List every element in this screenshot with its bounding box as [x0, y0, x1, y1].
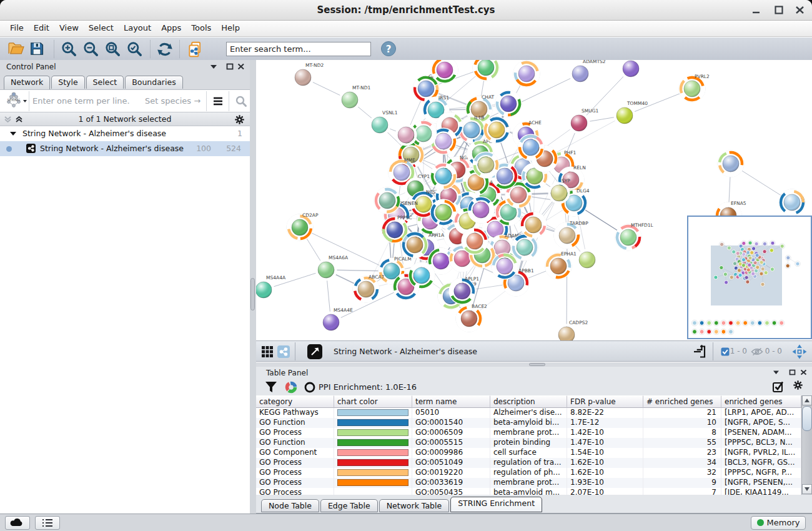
network-node[interactable]: MT-ND1	[340, 85, 371, 110]
filter-icon[interactable]	[265, 381, 277, 393]
zoom-selected-button[interactable]	[126, 41, 144, 58]
tab-select[interactable]: Select	[86, 76, 124, 89]
tab-boundaries[interactable]: Boundaries	[125, 76, 182, 89]
network-node[interactable]: VSNL1	[370, 110, 398, 135]
column-header-category[interactable]: category	[256, 395, 334, 408]
scrollbar-thumb[interactable]	[802, 406, 812, 431]
scroll-down-button[interactable]	[802, 484, 812, 494]
network-options-gear-icon[interactable]	[234, 114, 245, 125]
network-node[interactable]	[468, 197, 494, 223]
birds-eye-toggle-icon[interactable]	[792, 344, 807, 359]
table-row[interactable]: GO ProcessGO:0051049regulation of tra...…	[256, 458, 801, 468]
network-node[interactable]	[621, 60, 641, 79]
network-node[interactable]	[495, 91, 522, 117]
table-row[interactable]: GO ComponentGO:0009986cell surface1.54E-…	[256, 448, 801, 458]
table-row[interactable]: GO ProcessGO:0006509membrane prot...1.42…	[256, 428, 801, 438]
zoom-out-button[interactable]	[82, 41, 100, 58]
tab-node-table[interactable]: Node Table	[261, 499, 319, 512]
network-node[interactable]: CD2AP	[287, 212, 319, 241]
panel-splitter-horizontal[interactable]	[256, 362, 812, 367]
network-node[interactable]: ABCA7	[353, 274, 385, 302]
column-header-FDR-p-value[interactable]: FDR p-value	[567, 395, 643, 408]
network-node[interactable]: ADAMTS2	[571, 60, 606, 84]
menu-select[interactable]: Select	[84, 21, 119, 32]
menu-file[interactable]: File	[5, 21, 29, 32]
network-node[interactable]: EPHA1	[545, 251, 577, 279]
zoom-in-button[interactable]	[61, 41, 78, 58]
grid-view-icon[interactable]	[261, 345, 274, 358]
table-row[interactable]: GO ProcessGO:0019220regulation of ph...1…	[256, 468, 801, 478]
network-node[interactable]	[374, 187, 400, 214]
help-button[interactable]: ?	[380, 40, 397, 57]
tab-edge-table[interactable]: Edge Table	[320, 499, 378, 512]
string-options-icon[interactable]	[212, 96, 224, 106]
column-header--enriched-genes[interactable]: # enriched genes	[643, 395, 721, 408]
network-node[interactable]: PVRL2	[679, 74, 710, 102]
automation-panel-button[interactable]	[5, 516, 30, 530]
network-node[interactable]	[483, 117, 510, 143]
network-node[interactable]	[410, 121, 437, 147]
enrichment-settings-gear-icon[interactable]	[793, 380, 803, 390]
open-session-button[interactable]	[7, 41, 25, 58]
string-logo-icon[interactable]: STRING	[2, 92, 27, 111]
table-row[interactable]: GO FunctionGO:0005515protein binding1.47…	[256, 438, 801, 448]
network-node[interactable]	[718, 151, 744, 177]
species-selector[interactable]: Set species →	[145, 96, 201, 106]
table-scrollbar[interactable]	[801, 395, 812, 495]
network-node[interactable]	[473, 60, 499, 81]
menu-layout[interactable]: Layout	[119, 21, 156, 32]
network-node[interactable]	[473, 152, 499, 178]
float-panel-icon[interactable]	[226, 63, 234, 70]
network-node[interactable]	[779, 189, 805, 216]
menu-view[interactable]: View	[54, 21, 84, 32]
search-input[interactable]	[226, 42, 371, 56]
column-header-term-name[interactable]: term name	[412, 395, 490, 408]
splitter-grip[interactable]	[250, 278, 255, 310]
scroll-up-button[interactable]	[802, 395, 812, 405]
network-node[interactable]	[432, 60, 458, 83]
select-terms-checkbox-icon[interactable]	[772, 380, 785, 393]
string-view-icon[interactable]	[277, 345, 290, 358]
maximize-button[interactable]	[772, 4, 786, 16]
close-panel-icon[interactable]	[800, 369, 807, 375]
network-overview-inset[interactable]	[687, 216, 812, 339]
save-session-button[interactable]	[29, 41, 46, 58]
network-node[interactable]: MS4A4A	[256, 275, 286, 300]
column-header-enriched-genes[interactable]: enriched genes	[721, 395, 801, 408]
network-node[interactable]	[430, 163, 457, 189]
collection-row[interactable]: String Network - Alzheimer's disease 1	[0, 126, 250, 141]
selected-checkbox-icon[interactable]	[721, 347, 730, 356]
chart-colors-icon[interactable]	[285, 381, 297, 394]
network-node[interactable]	[492, 253, 518, 279]
menu-help[interactable]: Help	[216, 21, 245, 32]
network-node[interactable]: TARDBP	[554, 221, 588, 249]
memory-button[interactable]: Memory	[751, 516, 806, 530]
minimize-button[interactable]	[750, 4, 763, 16]
network-node[interactable]	[402, 232, 428, 258]
panel-splitter[interactable]	[250, 60, 256, 514]
table-row[interactable]: GO ProcessGO:0033619membrane prot...1.93…	[256, 478, 801, 488]
hidden-eye-icon[interactable]	[751, 347, 763, 356]
panel-menu-icon[interactable]	[210, 63, 217, 69]
table-row[interactable]: KEGG Pathways05010Alzheimer's dise...8.8…	[256, 408, 801, 418]
menu-tools[interactable]: Tools	[186, 21, 216, 32]
network-row[interactable]: String Network - Alzheimer's disease 100…	[0, 141, 250, 156]
tab-string-enrichment[interactable]: STRING Enrichment	[450, 497, 542, 512]
column-header-chart-color[interactable]: chart color	[334, 395, 412, 408]
network-node[interactable]	[397, 126, 416, 145]
menu-apps[interactable]: Apps	[156, 21, 186, 32]
network-node[interactable]: MS4A6A	[317, 255, 349, 280]
network-node[interactable]: TOMM40	[615, 101, 648, 126]
tab-network-table[interactable]: Network Table	[379, 499, 450, 512]
panel-menu-icon[interactable]	[773, 369, 780, 375]
network-node[interactable]	[513, 61, 540, 87]
network-node[interactable]	[430, 199, 457, 226]
import-network-button[interactable]	[186, 41, 204, 58]
network-node[interactable]: MME	[389, 157, 415, 186]
network-node[interactable]: MTHFD1L	[615, 222, 654, 251]
close-button[interactable]	[793, 4, 807, 16]
annotation-mode-icon[interactable]	[307, 344, 322, 359]
string-search-icon[interactable]	[235, 95, 247, 107]
network-node[interactable]	[462, 228, 488, 254]
string-query-placeholder[interactable]: Enter one term per line.	[32, 96, 130, 106]
